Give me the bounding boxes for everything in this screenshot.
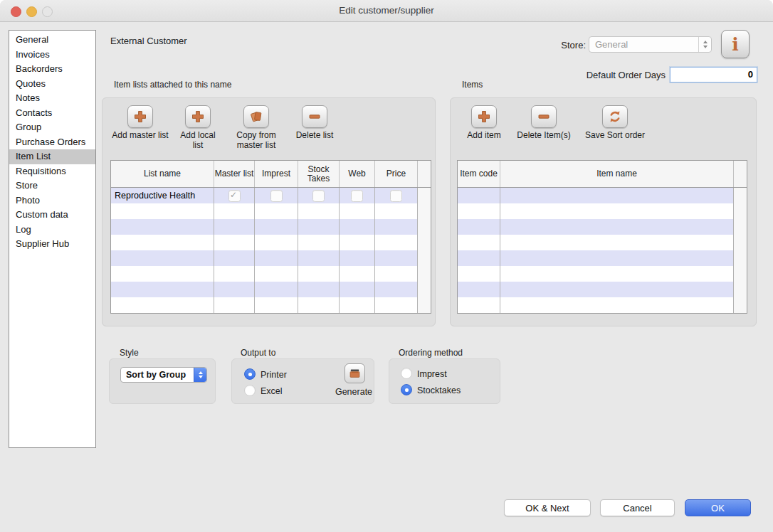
excel-radio-label: Excel [261, 386, 283, 396]
printer-radio-selected[interactable] [244, 368, 256, 380]
store-select[interactable]: General [589, 36, 712, 53]
ordering-panel: Imprest Stocktakes [389, 358, 500, 404]
column-header-item-code[interactable]: Item code [458, 161, 500, 187]
stocktakes-radio-label: Stocktakes [417, 385, 461, 395]
style-dropdown-value: Sort by Group [121, 370, 194, 380]
sidebar-item-notes[interactable]: Notes [9, 91, 95, 106]
plus-icon [477, 110, 491, 124]
column-header-web[interactable]: Web [340, 161, 375, 187]
column-header-item-name[interactable]: Item name [500, 161, 734, 187]
customer-type-label: External Customer [110, 36, 187, 46]
store-label: Store: [557, 40, 586, 50]
generate-button[interactable] [345, 363, 365, 383]
sidebar-item-general[interactable]: General [9, 33, 95, 48]
save-sort-order-button[interactable]: Save Sort order [579, 105, 651, 141]
store-select-value: General [589, 39, 698, 50]
add-local-list-button[interactable]: Add local list [175, 105, 221, 150]
delete-list-button[interactable]: Delete list [286, 105, 343, 141]
title-bar: Edit customer/supplier [0, 0, 773, 22]
table-row-empty[interactable] [458, 282, 747, 297]
output-panel: Printer Excel Generate [231, 358, 374, 404]
default-order-days-field[interactable]: 0 [670, 67, 757, 83]
sidebar-item-purchase-orders[interactable]: Purchase Orders [9, 135, 95, 150]
excel-radio[interactable] [244, 385, 256, 396]
copy-from-master-list-button[interactable]: Copy from master list [229, 105, 283, 150]
stocktakes-radio-selected[interactable] [401, 384, 412, 395]
imprest-radio-label: Imprest [417, 369, 447, 379]
column-header-imprest[interactable]: Imprest [255, 161, 298, 187]
style-dropdown[interactable]: Sort by Group [120, 367, 207, 383]
sidebar-item-photo[interactable]: Photo [9, 193, 95, 208]
items-panel-title: Items [462, 80, 483, 90]
save-sort-order-label: Save Sort order [579, 131, 651, 141]
sidebar-item-invoices[interactable]: Invoices [9, 48, 95, 63]
sidebar-item-contacts[interactable]: Contacts [9, 106, 95, 121]
sidebar-item-supplier-hub[interactable]: Supplier Hub [9, 237, 95, 252]
imprest-radio[interactable] [401, 368, 412, 379]
plus-icon [191, 110, 205, 124]
column-header-master-list[interactable]: Master list [214, 161, 255, 187]
style-section-title: Style [120, 348, 139, 358]
table-row-empty[interactable] [458, 266, 747, 282]
window-title: Edit customer/supplier [0, 5, 773, 16]
add-master-list-label: Add master list [111, 131, 169, 141]
copy-icon [249, 110, 263, 124]
sidebar-item-backorders[interactable]: Backorders [9, 62, 95, 77]
scrollbar-header-spacer [734, 161, 747, 187]
plus-icon [133, 110, 147, 124]
table-row-empty[interactable] [111, 250, 431, 266]
table-row-empty[interactable] [458, 297, 747, 313]
master-list-checkbox-checked[interactable] [228, 190, 241, 202]
table-row-empty[interactable] [458, 250, 747, 266]
column-header-stock-takes[interactable]: Stock Takes [298, 161, 340, 187]
table-row[interactable]: Reproductive Health [111, 188, 431, 203]
sidebar-item-log[interactable]: Log [9, 223, 95, 238]
table-row-empty[interactable] [111, 219, 431, 235]
delete-items-button[interactable]: Delete Item(s) [513, 105, 574, 141]
item-lists-table-header: List name Master list Imprest Stock Take… [111, 161, 431, 188]
stock-takes-checkbox[interactable] [312, 190, 325, 202]
minus-icon [307, 110, 322, 124]
copy-from-master-list-label: Copy from master list [229, 131, 283, 150]
table-row-empty[interactable] [458, 188, 747, 203]
info-icon: i [732, 36, 739, 53]
table-row-empty[interactable] [111, 235, 431, 250]
info-button[interactable]: i [721, 30, 750, 58]
generate-label: Generate [325, 387, 382, 397]
price-checkbox[interactable] [390, 190, 402, 202]
sidebar-item-requisitions[interactable]: Requisitions [9, 164, 95, 179]
sidebar-item-group[interactable]: Group [9, 120, 95, 135]
table-row-empty[interactable] [111, 282, 431, 297]
ok-and-next-button[interactable]: OK & Next [504, 499, 591, 516]
cancel-button[interactable]: Cancel [600, 499, 675, 516]
table-row-empty[interactable] [111, 266, 431, 282]
table-row-empty[interactable] [111, 203, 431, 219]
chevron-up-down-icon [698, 37, 711, 52]
add-master-list-button[interactable]: Add master list [111, 105, 169, 141]
minus-icon [537, 110, 551, 124]
web-checkbox[interactable] [351, 190, 363, 202]
sidebar-item-quotes[interactable]: Quotes [9, 77, 95, 92]
column-header-price[interactable]: Price [375, 161, 418, 187]
edit-customer-supplier-dialog: Edit customer/supplier General Invoices … [0, 0, 773, 532]
imprest-checkbox[interactable] [270, 190, 283, 202]
table-row-empty[interactable] [458, 203, 747, 219]
table-row-empty[interactable] [458, 235, 747, 250]
output-section-title: Output to [241, 348, 275, 358]
chevron-up-down-icon [194, 368, 206, 382]
add-item-button[interactable]: Add item [461, 105, 508, 141]
ok-button[interactable]: OK [685, 499, 751, 516]
table-row-empty[interactable] [458, 219, 747, 235]
table-row-empty[interactable] [111, 297, 431, 313]
list-name-cell[interactable]: Reproductive Health [111, 188, 214, 203]
sidebar-item-store[interactable]: Store [9, 179, 95, 193]
add-item-label: Add item [461, 131, 508, 141]
sidebar-item-item-list[interactable]: Item List [9, 149, 95, 164]
printer-radio-label: Printer [261, 370, 287, 380]
column-header-list-name[interactable]: List name [111, 161, 214, 187]
items-table: Item code Item name [457, 160, 747, 314]
sidebar-item-custom-data[interactable]: Custom data [9, 208, 95, 223]
delete-items-label: Delete Item(s) [513, 131, 574, 141]
scrollbar-header-spacer [418, 161, 431, 187]
scrollbar-track[interactable] [418, 188, 431, 203]
